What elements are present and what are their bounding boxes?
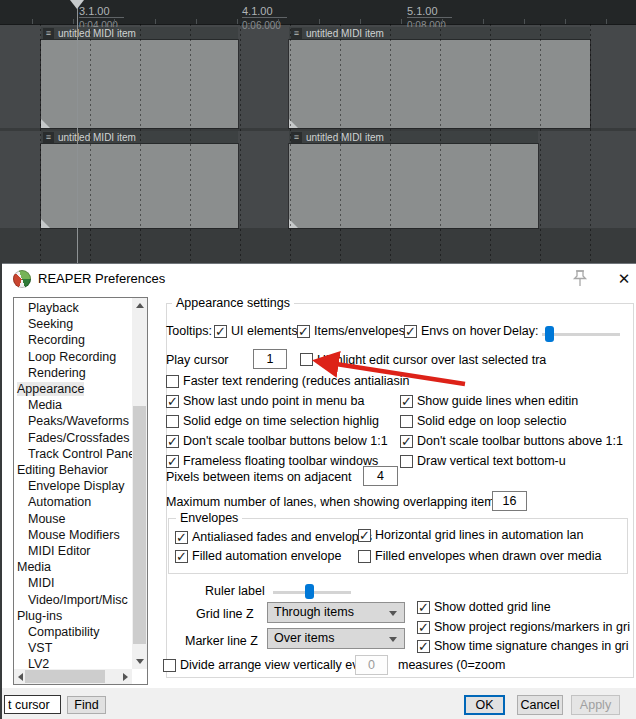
search-input[interactable] (4, 695, 61, 714)
sidebar-item-media[interactable]: Media (14, 559, 131, 575)
delay-slider-thumb[interactable] (545, 326, 554, 342)
close-icon[interactable]: ✕ (613, 268, 635, 290)
sidebar-item-seeking[interactable]: Seeking (14, 316, 131, 332)
find-button[interactable]: Find (67, 696, 106, 714)
item-menu-icon[interactable]: ≡ (291, 132, 302, 143)
checkbox-show-dotted-grid[interactable] (417, 601, 430, 614)
tooltips-label: Tooltips: (166, 324, 212, 338)
envelopes-group (168, 518, 628, 574)
ruler-tick (73, 19, 74, 24)
checkbox-label: Horizontal grid lines in automation lan (375, 528, 583, 542)
divide-measures-input[interactable] (355, 655, 388, 675)
item-menu-icon[interactable]: ≡ (43, 28, 54, 39)
scroll-up-icon[interactable] (136, 303, 144, 308)
checkbox-envs-on-hover[interactable] (404, 325, 417, 338)
sidebar-item-automation[interactable]: Automation (14, 494, 131, 510)
sidebar-item-label: Recording (28, 333, 85, 347)
sidebar-item-midi-editor[interactable]: MIDI Editor (14, 543, 131, 559)
sidebar-item-vst[interactable]: VST (14, 640, 131, 656)
item-menu-icon[interactable]: ≡ (43, 132, 54, 143)
checkbox-items-envelopes[interactable] (297, 325, 310, 338)
sidebar-item-track-control-panels[interactable]: Track Control Panels (14, 446, 131, 462)
sidebar-item-envelope-display[interactable]: Envelope Display (14, 478, 131, 494)
vertical-scrollbar[interactable] (132, 298, 147, 669)
sidebar-item-loop-recording[interactable]: Loop Recording (14, 349, 131, 365)
play-cursor-marker[interactable] (70, 0, 84, 9)
item-menu-icon[interactable]: ≡ (291, 28, 302, 39)
checkbox-frameless-toolbar[interactable] (166, 455, 179, 468)
sidebar-item-video-import-misc[interactable]: Video/Import/Misc (14, 592, 131, 608)
sidebar-item-label: MIDI (28, 576, 54, 590)
sidebar-item-recording[interactable]: Recording (14, 332, 131, 348)
vertical-scrollbar-thumb[interactable] (133, 406, 146, 644)
checkbox-show-guide-lines[interactable] (400, 395, 413, 408)
checkbox-solid-edge-time-selection[interactable] (166, 415, 179, 428)
checkbox-label: Filled envelopes when drawn over media (375, 549, 602, 563)
pixels-between-items-label: Pixels between items on adjacent (166, 470, 352, 484)
checkbox-label: Envs on hover (421, 324, 501, 338)
sidebar-item-mouse-modifiers[interactable]: Mouse Modifiers (14, 527, 131, 543)
sidebar-item-mouse[interactable]: Mouse (14, 511, 131, 527)
play-cursor-input[interactable] (253, 349, 287, 369)
fade-handle[interactable] (41, 119, 50, 128)
checkbox-label: Show time signature changes in gri (434, 639, 629, 653)
grid-line-z-dropdown[interactable]: Through items (267, 602, 405, 623)
dialog-title: REAPER Preferences (38, 271, 165, 286)
pixels-between-items-input[interactable] (363, 466, 398, 486)
checkbox-show-last-undo[interactable] (166, 395, 179, 408)
sidebar-item-rendering[interactable]: Rendering (14, 365, 131, 381)
sidebar-item-label: Compatibility (28, 625, 100, 639)
ruler-tick (401, 19, 402, 24)
marker-line-z-dropdown[interactable]: Over items (267, 628, 405, 649)
ok-button[interactable]: OK (464, 695, 505, 715)
checkbox-dont-scale-below[interactable] (166, 435, 179, 448)
checkbox-filled-envelopes-over-media[interactable] (358, 550, 371, 563)
apply-button[interactable]: Apply (571, 695, 620, 715)
checkbox-highlight-edit-cursor[interactable] (300, 353, 313, 366)
sidebar-item-playback[interactable]: Playback (14, 300, 131, 316)
checkbox-label: UI elements (231, 324, 298, 338)
checkbox-show-project-regions[interactable] (417, 621, 430, 634)
checkbox-horizontal-grid-lines[interactable] (358, 529, 371, 542)
scroll-down-icon[interactable] (136, 659, 144, 664)
checkbox-faster-text-rendering[interactable] (166, 375, 179, 388)
checkbox-label: Show last undo point in menu ba (183, 394, 364, 408)
ruler-tick (483, 19, 484, 24)
ruler-label-slider-thumb[interactable] (305, 584, 314, 599)
checkbox-divide-arrange[interactable] (163, 659, 176, 672)
dialog-footer: Find OK Cancel Apply (2, 688, 636, 719)
sidebar-item-appearance[interactable]: Appearance (14, 381, 131, 397)
preferences-category-list: Playback Seeking Recording Loop Recordin… (13, 297, 148, 685)
sidebar-item-fades-crossfades[interactable]: Fades/Crossfades (14, 430, 131, 446)
fade-handle[interactable] (41, 219, 50, 228)
midi-item-body[interactable] (289, 144, 538, 228)
checkbox-solid-edge-loop[interactable] (400, 415, 413, 428)
checkbox-ui-elements[interactable] (214, 325, 227, 338)
ruler-tick (524, 19, 525, 24)
midi-item[interactable]: ≡ untitled MIDI item (289, 131, 538, 228)
timeline-ruler[interactable]: 3.1.00 0:04.000 4.1.00 0:06.000 5.1.00 0… (0, 0, 636, 25)
checkbox-dont-scale-above[interactable] (400, 435, 413, 448)
dialog-titlebar[interactable]: REAPER Preferences ✕ (2, 264, 636, 294)
cancel-button[interactable]: Cancel (517, 695, 563, 715)
horizontal-scrollbar-thumb[interactable] (25, 670, 105, 683)
ruler-tick (237, 19, 238, 24)
sidebar-item-editing-behavior[interactable]: Editing Behavior (14, 462, 131, 478)
checkbox-draw-vertical-text[interactable] (400, 455, 413, 468)
scroll-right-icon[interactable] (123, 673, 128, 681)
sidebar-item-midi[interactable]: MIDI (14, 575, 131, 591)
checkbox-filled-automation[interactable] (175, 550, 188, 563)
sidebar-item-compatibility[interactable]: Compatibility (14, 624, 131, 640)
checkbox-antialiased-fades[interactable] (175, 531, 188, 544)
horizontal-scrollbar[interactable] (14, 669, 132, 684)
sidebar-item-media-appearance[interactable]: Media (14, 397, 131, 413)
sidebar-item-peaks-waveforms[interactable]: Peaks/Waveforms (14, 413, 131, 429)
checkbox-show-time-signature[interactable] (417, 640, 430, 653)
scroll-left-icon[interactable] (18, 673, 23, 681)
sidebar-item-plug-ins[interactable]: Plug-ins (14, 608, 131, 624)
checkbox-label: Solid edge on time selection highlig (183, 414, 379, 428)
pin-icon[interactable] (569, 267, 591, 291)
sidebar-item-label: Seeking (28, 317, 73, 331)
max-lanes-input[interactable] (492, 491, 527, 511)
checkbox-label: Show project regions/markers in gri (434, 620, 630, 634)
